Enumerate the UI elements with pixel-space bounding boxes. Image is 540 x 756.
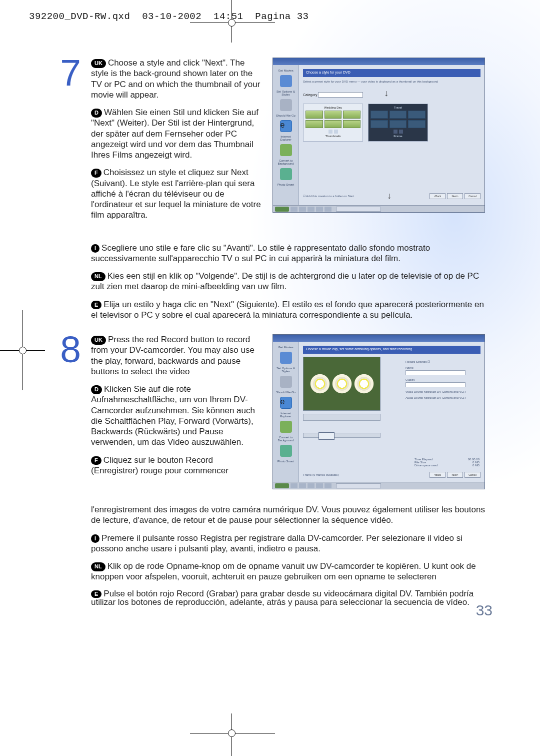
thumbnail-icon (306, 111, 323, 119)
cancel-button[interactable]: Cancel (464, 193, 480, 199)
quicklaunch-icon[interactable] (316, 483, 323, 488)
thumbnail-icon (390, 111, 407, 119)
sidebar-icon-browser: e (280, 397, 292, 409)
flower-icon (311, 375, 329, 393)
stat-label: Drive space used (414, 464, 438, 467)
step7-e: EElija un estilo y haga clic en "Next" (… (91, 299, 488, 321)
dropdown-label: Category (303, 93, 317, 97)
cancel-button[interactable]: Cancel (464, 472, 480, 478)
flower-icon (355, 375, 373, 393)
wizard-banner: Choose a movie clip, set some archiving … (303, 346, 480, 354)
quicklaunch-icon[interactable] (290, 207, 298, 212)
sidebar-label: Photo Smart (275, 460, 296, 463)
next-button[interactable]: Next> (447, 193, 463, 199)
style-title: Wedding Day (306, 106, 360, 109)
style-title: Travel (370, 106, 426, 109)
frames-label: Frame (0 frames available) (303, 473, 339, 476)
flower-icon (333, 375, 351, 393)
step8-f-continued: l'enregistrement des images de votre cam… (91, 504, 488, 526)
sidebar-icon-generic (280, 99, 292, 111)
playback-controls[interactable] (303, 414, 380, 421)
next-button[interactable]: Next> (447, 472, 463, 478)
step-number: 7 (60, 58, 81, 228)
step8-wide-text: l'enregistrement des images de votre cam… (91, 504, 488, 607)
quicklaunch-icon[interactable] (290, 483, 298, 488)
style-option-travel[interactable]: Travel Frame (368, 104, 428, 142)
timeline-scrubber[interactable] (303, 433, 380, 438)
registration-mark (228, 19, 236, 27)
step-8: 8 UKPress the red Record button to recor… (60, 334, 485, 489)
wizard-main-panel: Choose a movie clip, set some archiving … (299, 342, 484, 482)
thumbnail-icon (408, 120, 426, 128)
sidebar-label: Convert to Background (275, 159, 296, 165)
sidebar-icon-photo (280, 445, 292, 457)
quicklaunch-icon[interactable] (308, 207, 314, 212)
window-titlebar (273, 58, 484, 65)
header-date: 03-10-2002 (142, 11, 202, 22)
sidebar-label: Get Movies (275, 346, 296, 349)
step7-f: FChoisissez un style et cliquez sur Next… (91, 167, 262, 220)
step-8-text-column: UKPress the red Record button to record … (91, 334, 262, 489)
sidebar-label: Set Options & Styles (275, 367, 296, 373)
pointer-arrow-icon: ↓ (387, 191, 392, 201)
quicklaunch-icon[interactable] (299, 207, 306, 212)
checkbox-add-to-folder[interactable]: ☑ Add this creation to a folder on Start (303, 194, 354, 198)
quality-field[interactable]: Quality (406, 378, 480, 387)
lang-pill-f: F (91, 456, 102, 465)
record-settings-panel: Record Settings ☑ Name Quality Video Dev… (406, 360, 480, 402)
lang-pill-i: I (91, 534, 100, 543)
quicklaunch-icon[interactable] (308, 483, 314, 488)
sidebar-label: Internet Explorer (275, 135, 296, 141)
taskbar-task[interactable] (336, 483, 381, 488)
quicklaunch-icon[interactable] (324, 207, 332, 212)
name-field[interactable]: Name (406, 366, 480, 375)
sidebar-label: Set Options & Styles (275, 90, 296, 96)
video-preview (303, 357, 380, 411)
wizard-banner: Choose a style for your DVD (303, 69, 480, 77)
thumbnail-icon (370, 120, 388, 128)
start-button[interactable] (275, 483, 289, 488)
step7-wide-text: IScegliere uno stile e fare clic su "Ava… (91, 243, 488, 321)
taskbar-task[interactable] (336, 207, 381, 212)
back-button[interactable]: <Back (430, 472, 446, 478)
record-settings-header: Record Settings ☑ (406, 360, 480, 363)
registration-mark (228, 729, 236, 737)
quicklaunch-icon[interactable] (316, 207, 323, 212)
step8-uk: UKPress the red Record button to record … (91, 334, 262, 377)
lang-pill-e: E (91, 301, 102, 310)
category-dropdown[interactable]: Category ↓ (303, 88, 480, 99)
thumbnail-icon (390, 120, 407, 128)
style-footer: Frame (370, 135, 426, 138)
registration-mark (19, 347, 26, 354)
step8-i: IPremere il pulsante rosso Registra per … (91, 533, 488, 554)
thumbnail-icon (408, 111, 426, 119)
lang-pill-nl: NL (91, 272, 106, 281)
audio-device-field: Audio Device Microsoft DV Camera and VCR (406, 396, 480, 399)
thumbnail-icon (370, 111, 388, 119)
screenshot-record-wizard: Get Movies Set Options & Styles Should W… (272, 334, 485, 489)
sidebar-label: Convert to Background (275, 436, 296, 442)
start-button[interactable] (275, 207, 289, 212)
step8-f: FCliquez sur le bouton Record (Enregistr… (91, 455, 262, 476)
style-option-wedding[interactable]: Wedding Day Thumbnails (303, 104, 363, 142)
taskbar (273, 205, 484, 212)
quicklaunch-icon[interactable] (299, 483, 306, 488)
sidebar-icon-quickstyle (280, 352, 292, 364)
step8-d: DKlicken Sie auf die rote Aufnahmeschalt… (91, 384, 262, 448)
step-number: 8 (60, 334, 81, 489)
taskbar (273, 482, 484, 489)
print-header: 392200_DVD-RW.qxd 03-10-2002 14:51 Pagin… (29, 11, 308, 22)
step8-nl: NLKlik op de rode Opname-knop om de opna… (91, 561, 488, 582)
lang-pill-i: I (91, 244, 100, 253)
thumbnail-icon (343, 120, 360, 128)
window-titlebar (273, 335, 484, 342)
header-page: Pagina 33 (255, 11, 308, 22)
video-device-field: Video Device Microsoft DV Camera and VCR (406, 390, 480, 393)
step-7-text-column: UKChoose a style and click "Next". The s… (91, 58, 262, 228)
header-filename: 392200_DVD-RW.qxd (29, 11, 130, 22)
dropdown-value[interactable] (318, 92, 363, 98)
quicklaunch-icon[interactable] (324, 483, 332, 488)
pointer-arrow-icon: ↓ (384, 88, 388, 99)
back-button[interactable]: <Back (430, 193, 446, 199)
record-stats: Time Elapsed00:00:00 File Size0 MB Drive… (414, 458, 480, 467)
